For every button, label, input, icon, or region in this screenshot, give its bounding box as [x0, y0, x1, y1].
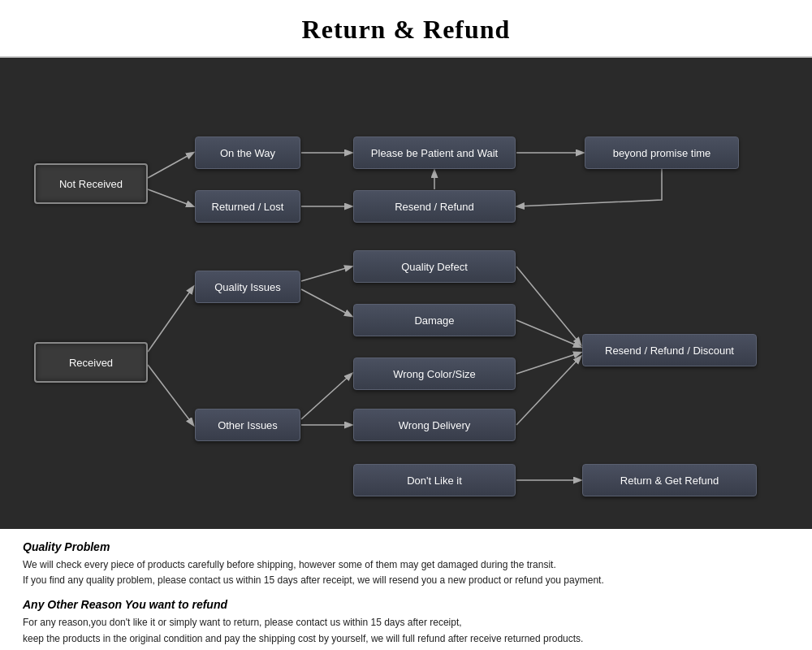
- box-patient-wait: Please be Patient and Wait: [353, 136, 516, 169]
- svg-line-10: [301, 374, 352, 419]
- svg-line-9: [301, 289, 352, 316]
- box-beyond-promise: beyond promise time: [585, 136, 739, 169]
- svg-line-7: [148, 365, 193, 425]
- section1-title: Quality Problem: [23, 540, 789, 553]
- svg-line-8: [301, 266, 352, 281]
- section2-title: Any Other Reason You want to refund: [23, 598, 789, 611]
- svg-line-1: [148, 189, 193, 206]
- box-dont-like: Don't Like it: [353, 464, 516, 496]
- box-not-received: Not Received: [34, 163, 148, 204]
- box-wrong-delivery: Wrong Delivery: [353, 409, 516, 441]
- svg-line-13: [516, 320, 581, 347]
- box-quality-issues: Quality Issues: [195, 271, 300, 303]
- box-other-issues: Other Issues: [195, 409, 300, 441]
- page-header: Return & Refund: [0, 0, 812, 58]
- page-title: Return & Refund: [0, 15, 812, 45]
- section1-body: We will check every piece of products ca…: [23, 557, 789, 588]
- box-returned-lost: Returned / Lost: [195, 190, 300, 223]
- box-resend-refund: Resend / Refund: [353, 190, 516, 223]
- svg-line-0: [148, 153, 193, 178]
- svg-line-14: [516, 353, 581, 374]
- box-resend-refund-discount: Resend / Refund / Discount: [582, 334, 757, 366]
- diagram-area: Not Received Received On the Way Returne…: [0, 58, 812, 529]
- box-on-the-way: On the Way: [195, 136, 300, 169]
- section2-body1: For any reason,you don't like it or simp…: [23, 615, 789, 646]
- svg-line-6: [148, 287, 193, 352]
- svg-line-12: [516, 266, 581, 344]
- box-received: Received: [34, 342, 148, 383]
- svg-line-15: [516, 357, 581, 425]
- box-damage: Damage: [353, 304, 516, 336]
- box-return-get-refund: Return & Get Refund: [582, 464, 757, 496]
- box-wrong-color: Wrong Color/Size: [353, 358, 516, 390]
- box-quality-defect: Quality Defect: [353, 250, 516, 283]
- arrows-svg: [0, 58, 812, 529]
- text-area: Quality Problem We will check every piec…: [0, 529, 812, 650]
